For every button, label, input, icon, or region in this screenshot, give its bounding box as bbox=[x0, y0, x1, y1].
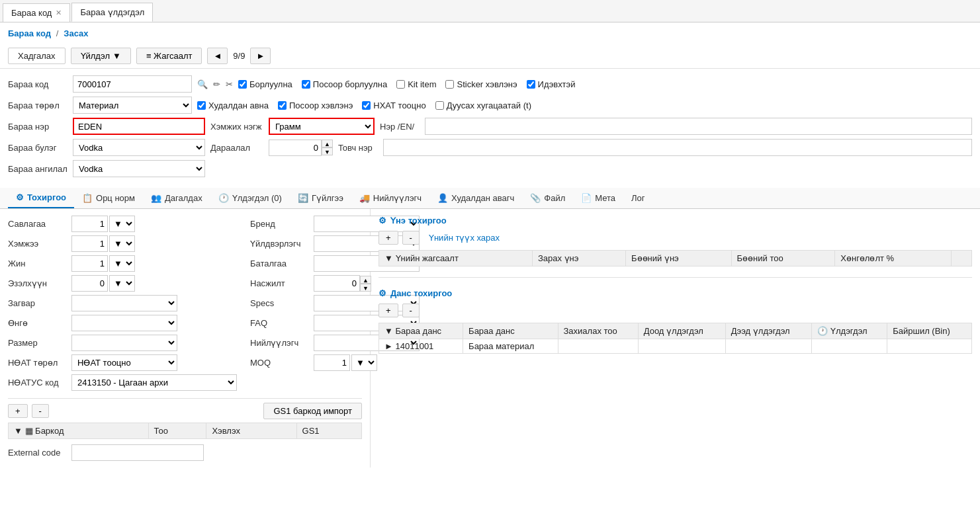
duusah-check[interactable]: Дуусах хугацаатай (t) bbox=[435, 101, 531, 110]
content-split: Савлагаа ▼ Хэмжээ ▼ Жин bbox=[0, 209, 980, 468]
jin-unit-select[interactable]: ▼ bbox=[109, 255, 135, 272]
nashjilt-down[interactable]: ▼ bbox=[360, 284, 371, 292]
breadcrumb-parent[interactable]: Бараа код bbox=[8, 28, 51, 38]
hemjee-input-group: ▼ bbox=[71, 235, 135, 252]
tab-orts-norm[interactable]: 📋 Орц норм bbox=[74, 188, 143, 208]
product-code-input[interactable] bbox=[73, 75, 192, 93]
tab-baraa-kod[interactable]: Бараа код ✕ bbox=[3, 3, 70, 22]
account-section-title: ⚙ Данс тохиргоо bbox=[379, 288, 972, 298]
price-section-title: ⚙ Үнэ тохиргоо bbox=[379, 216, 972, 225]
tab-tohirgoo[interactable]: ⚙ Тохиргоо bbox=[8, 188, 74, 208]
account-expand-icon[interactable]: ► 14011001 bbox=[379, 339, 463, 354]
onge-select[interactable] bbox=[71, 315, 177, 331]
posoor-hewlene-check[interactable]: Посоор хэвлэнэ bbox=[278, 101, 353, 110]
next-button[interactable]: ► bbox=[250, 48, 271, 64]
savlagaa-input[interactable] bbox=[71, 216, 108, 232]
nhat-torol-label: НӨАТ төрөл bbox=[8, 358, 67, 368]
order-down-btn[interactable]: ▼ bbox=[322, 147, 333, 155]
price-toolbar: + - Үнийн түүх харах bbox=[379, 231, 972, 245]
idewhtei-check[interactable]: Идэвхтэй bbox=[527, 79, 576, 89]
baraa-kod-row: Бараа код 🔍 ✏ ✂ Борлуулна Посоор борлуул… bbox=[8, 75, 972, 93]
left-col: Савлагаа ▼ Хэмжээ ▼ Жин bbox=[8, 216, 237, 394]
sticker-check[interactable]: Sticker хэвлэнэ bbox=[445, 79, 517, 89]
action-button[interactable]: Үйлдэл ▼ bbox=[71, 48, 131, 64]
price-table: ▼ Үнийн жагсаалт Зарах үнэ Бөөний үнэ Бө… bbox=[379, 250, 972, 266]
left-panel: Савлагаа ▼ Хэмжээ ▼ Жин bbox=[0, 209, 371, 468]
jin-row: Жин ▼ bbox=[8, 255, 237, 272]
jin-label: Жин bbox=[8, 259, 67, 268]
zagvar-row: Загвар bbox=[8, 295, 237, 311]
price-gear-icon: ⚙ bbox=[379, 216, 386, 225]
pencil-icon[interactable]: ✏ bbox=[213, 79, 220, 89]
savlagaa-input-group: ▼ bbox=[71, 216, 135, 232]
nhat-check[interactable]: НХАТ тооцно bbox=[362, 101, 425, 110]
nhat-torol-select[interactable]: НӨАТ тооцно bbox=[71, 354, 177, 371]
barcode-col-gs1: GS1 bbox=[296, 423, 361, 439]
checkbox-group-bottom: Худалдан авна Посоор хэвлэнэ НХАТ тооцно… bbox=[197, 101, 531, 110]
tab-guilgee[interactable]: 🔄 Гүйлгээ bbox=[290, 188, 351, 208]
moq-input[interactable] bbox=[314, 354, 350, 371]
barcode-add-btn[interactable]: + bbox=[8, 404, 28, 418]
tab-uldegdel[interactable]: 🕐 Үлдэгдэл (0) bbox=[210, 188, 290, 208]
breadcrumb: Бараа код / Засах bbox=[0, 22, 980, 44]
product-group-select[interactable]: Vodka bbox=[73, 139, 205, 156]
list-icon: ≡ bbox=[146, 51, 152, 61]
nhatus-select[interactable]: 2413150 - Цагаан архи bbox=[71, 374, 237, 391]
tab-dagaldah[interactable]: 👥 Дагалдах bbox=[143, 188, 210, 208]
product-type-select[interactable]: Материал bbox=[73, 97, 192, 114]
product-name-input[interactable] bbox=[73, 118, 205, 135]
nashjilt-up[interactable]: ▲ bbox=[360, 276, 371, 284]
product-group-label: Бараа булэг bbox=[8, 143, 67, 153]
tab-hudaldah[interactable]: 👤 Худалдан авагч bbox=[429, 188, 522, 208]
en-name-input[interactable] bbox=[425, 118, 972, 135]
eezlhuun-unit-select[interactable]: ▼ bbox=[109, 275, 135, 292]
barcode-toolbar: + - GS1 баркод импорт bbox=[8, 403, 362, 419]
hemjee-unit-select[interactable]: ▼ bbox=[109, 235, 135, 252]
nashjilt-input[interactable] bbox=[314, 275, 360, 292]
external-code-input[interactable] bbox=[71, 444, 204, 461]
short-name-input[interactable] bbox=[383, 139, 972, 156]
brand-label: Бренд bbox=[250, 219, 310, 229]
price-remove-btn[interactable]: - bbox=[402, 231, 420, 245]
zagvar-select[interactable] bbox=[71, 295, 177, 311]
tab-meta[interactable]: 📄 Мета bbox=[573, 188, 623, 208]
account-add-btn[interactable]: + bbox=[379, 304, 398, 317]
prev-button[interactable]: ◄ bbox=[207, 48, 228, 64]
account-clock-icon: 🕐 bbox=[817, 326, 828, 336]
posoor-borluulna-check[interactable]: Посоор борлуулна bbox=[302, 79, 387, 89]
hemjer-select[interactable] bbox=[71, 335, 177, 351]
price-col-zarah-une: Зарах үнэ bbox=[532, 251, 625, 266]
gs1-import-btn[interactable]: GS1 баркод импорт bbox=[263, 403, 362, 419]
barcode-col-too: Тоо bbox=[148, 423, 206, 439]
price-add-btn[interactable]: + bbox=[379, 231, 398, 245]
batalga-label: Баталгаа bbox=[250, 259, 310, 268]
user-tab-icon: 👤 bbox=[437, 193, 448, 203]
measure-select[interactable]: Грамм bbox=[269, 118, 375, 135]
account-code: 14011001 bbox=[396, 341, 434, 351]
borluulna-check[interactable]: Борлуулна bbox=[238, 79, 292, 89]
hudaldana-check[interactable]: Худалдан авна bbox=[197, 101, 269, 110]
tab-niiluurlegch[interactable]: 🚚 Нийлүүлэгч bbox=[351, 188, 429, 208]
product-category-select[interactable]: Vodka bbox=[73, 160, 205, 177]
price-filter-icon: ▼ bbox=[384, 253, 393, 263]
tab-close-icon[interactable]: ✕ bbox=[56, 9, 62, 17]
scissors-icon[interactable]: ✂ bbox=[226, 79, 233, 89]
jin-input[interactable] bbox=[71, 255, 108, 272]
barcode-remove-btn[interactable]: - bbox=[32, 404, 49, 418]
price-history-link[interactable]: Үнийн түүх харах bbox=[429, 233, 500, 243]
eezlhuun-input[interactable] bbox=[71, 275, 108, 292]
order-input[interactable] bbox=[269, 140, 322, 156]
tab-fail[interactable]: 📎 Файл bbox=[522, 188, 573, 208]
hemjee-input[interactable] bbox=[71, 235, 108, 252]
top-form: Бараа код 🔍 ✏ ✂ Борлуулна Посоор борлуул… bbox=[0, 69, 980, 188]
order-up-btn[interactable]: ▲ bbox=[322, 140, 333, 147]
account-remove-btn[interactable]: - bbox=[402, 304, 420, 317]
savlagaa-unit-select[interactable]: ▼ bbox=[109, 216, 135, 232]
kit-item-check[interactable]: Kit item bbox=[396, 79, 436, 89]
baraa-buleg-row: Бараа булэг Vodka Дараалал ▲ ▼ Товч нэр bbox=[8, 139, 972, 156]
tab-log[interactable]: Лог bbox=[623, 188, 653, 208]
search-icon[interactable]: 🔍 bbox=[197, 79, 208, 89]
tab-baraa-uldegdel[interactable]: Бараа үлдэгдэл bbox=[71, 3, 153, 22]
list-button[interactable]: ≡ Жагсаалт bbox=[136, 48, 202, 64]
save-button[interactable]: Хадгалах bbox=[8, 48, 66, 64]
